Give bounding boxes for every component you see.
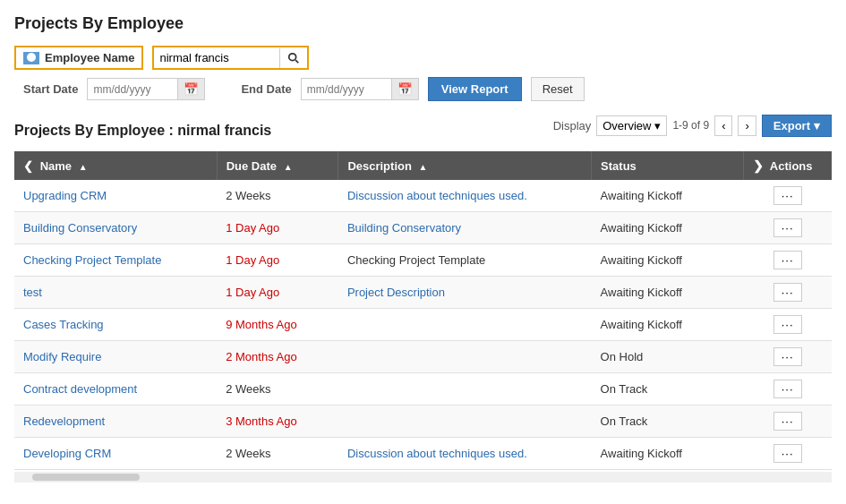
actions-menu-button[interactable]: ···	[773, 186, 802, 205]
cell-status: On Track	[592, 373, 744, 406]
table-row: Developing CRM2 WeeksDiscussion about te…	[14, 438, 832, 470]
actions-menu-button[interactable]: ···	[773, 218, 802, 237]
cell-actions: ···	[743, 373, 832, 406]
actions-menu-button[interactable]: ···	[773, 380, 802, 398]
svg-line-1	[296, 60, 299, 63]
cell-description: Discussion about techniques used.	[338, 438, 592, 470]
description-link[interactable]: Project Description	[347, 286, 445, 299]
start-date-input[interactable]	[88, 80, 177, 99]
end-date-input[interactable]	[302, 80, 391, 99]
employee-filter-row: Employee Name	[14, 46, 832, 70]
description-link[interactable]: Discussion about techniques used.	[347, 189, 527, 202]
project-name-link[interactable]: Modify Require	[23, 350, 101, 363]
project-name-link[interactable]: Building Conservatory	[23, 221, 137, 235]
next-page-button[interactable]: ›	[738, 115, 756, 136]
cell-name: test	[14, 277, 217, 309]
sort-up-icon-name: ▲	[79, 162, 88, 172]
cell-description	[338, 309, 592, 341]
status-value: Awaiting Kickoff	[601, 253, 682, 267]
project-name-link[interactable]: Cases Tracking	[23, 318, 104, 331]
col-header-actions: ❯ Actions	[743, 151, 832, 180]
export-button[interactable]: Export ▾	[762, 115, 832, 137]
table-row: Redevelopment3 Months AgoOn Track···	[14, 406, 832, 438]
display-label: Display	[553, 119, 592, 132]
cell-status: Awaiting Kickoff	[592, 212, 744, 244]
horizontal-scrollbar[interactable]	[14, 472, 832, 483]
display-select-button[interactable]: Overview ▾	[596, 115, 667, 136]
project-name-link[interactable]: Contract development	[23, 382, 137, 396]
table-row: Contract development2 WeeksOn Track···	[14, 373, 832, 406]
project-name-link[interactable]: Redevelopment	[23, 414, 105, 428]
description-link[interactable]: Building Conservatory	[347, 221, 461, 235]
actions-menu-button[interactable]: ···	[773, 283, 802, 302]
table-header-row: ❮ Name ▲ Due Date ▲ Description ▲ Status…	[14, 151, 832, 180]
col-header-description: Description ▲	[338, 151, 592, 180]
employee-label: Employee Name	[45, 51, 134, 64]
start-date-label: Start Date	[23, 82, 78, 96]
description-link[interactable]: Discussion about techniques used.	[347, 447, 527, 460]
actions-menu-button[interactable]: ···	[773, 315, 802, 334]
project-name-link[interactable]: Upgrading CRM	[23, 189, 107, 202]
employee-search-button[interactable]	[279, 48, 307, 68]
due-date-value: 1 Day Ago	[226, 221, 279, 235]
export-label: Export	[773, 119, 810, 132]
project-name-link[interactable]: Developing CRM	[23, 447, 111, 460]
cell-due-date: 3 Months Ago	[217, 406, 338, 438]
actions-menu-button[interactable]: ···	[773, 347, 802, 366]
sort-up-icon-desc: ▲	[419, 162, 428, 172]
cell-description: Checking Project Template	[338, 244, 592, 277]
cell-status: Awaiting Kickoff	[592, 244, 744, 277]
actions-menu-button[interactable]: ···	[773, 251, 802, 269]
cell-name: Contract development	[14, 373, 217, 406]
toolbar: Display Overview ▾ 1-9 of 9 ‹ › Export ▾	[553, 115, 832, 137]
report-title: Projects By Employee : nirmal francis	[14, 123, 271, 139]
status-value: Awaiting Kickoff	[601, 221, 682, 235]
employee-name-input[interactable]	[154, 47, 279, 68]
cell-name: Cases Tracking	[14, 309, 217, 341]
scrollbar-thumb[interactable]	[32, 474, 140, 481]
employee-search-wrap	[152, 46, 309, 70]
chevron-right-icon: ›	[745, 119, 748, 132]
cell-name: Redevelopment	[14, 406, 217, 438]
table-row: Building Conservatory1 Day AgoBuilding C…	[14, 212, 832, 244]
due-date-value: 2 Weeks	[226, 447, 270, 460]
calendar-icon: 📅	[184, 82, 199, 96]
actions-arrow-icon: ❯	[753, 158, 764, 173]
cell-description: Project Description	[338, 277, 592, 309]
view-report-button[interactable]: View Report	[428, 77, 522, 101]
end-date-calendar-button[interactable]: 📅	[391, 79, 418, 99]
cell-due-date: 1 Day Ago	[217, 212, 338, 244]
cell-actions: ···	[743, 341, 832, 373]
cell-description: Discussion about techniques used.	[338, 180, 592, 212]
cell-name: Developing CRM	[14, 438, 217, 470]
filter-section: Employee Name Start Date 📅 End Date 📅	[14, 46, 832, 101]
prev-page-button[interactable]: ‹	[714, 115, 732, 136]
cell-description	[338, 373, 592, 406]
cell-name: Building Conservatory	[14, 212, 217, 244]
chevron-down-icon: ▾	[654, 119, 661, 132]
cell-name: Upgrading CRM	[14, 180, 217, 212]
due-date-value: 1 Day Ago	[226, 253, 279, 267]
due-date-value: 1 Day Ago	[226, 286, 279, 299]
cell-status: Awaiting Kickoff	[592, 277, 744, 309]
export-chevron-icon: ▾	[814, 119, 820, 132]
cell-description	[338, 406, 592, 438]
project-name-link[interactable]: Checking Project Template	[23, 253, 161, 267]
actions-menu-button[interactable]: ···	[773, 444, 802, 463]
reset-button[interactable]: Reset	[531, 77, 585, 101]
start-date-calendar-button[interactable]: 📅	[177, 79, 204, 99]
start-date-wrap: 📅	[87, 78, 205, 100]
date-filter-row: Start Date 📅 End Date 📅 View Report Rese…	[14, 77, 832, 101]
actions-menu-button[interactable]: ···	[773, 412, 802, 431]
project-name-link[interactable]: test	[23, 286, 42, 299]
sort-up-icon-due: ▲	[284, 162, 293, 172]
status-value: Awaiting Kickoff	[601, 189, 682, 202]
end-date-label: End Date	[241, 82, 291, 96]
cell-due-date: 1 Day Ago	[217, 244, 338, 277]
cell-status: Awaiting Kickoff	[592, 180, 744, 212]
search-icon	[287, 52, 300, 64]
cell-actions: ···	[743, 212, 832, 244]
cell-due-date: 2 Weeks	[217, 180, 338, 212]
table-body: Upgrading CRM2 WeeksDiscussion about tec…	[14, 180, 832, 470]
page-title: Projects By Employee	[14, 14, 832, 33]
